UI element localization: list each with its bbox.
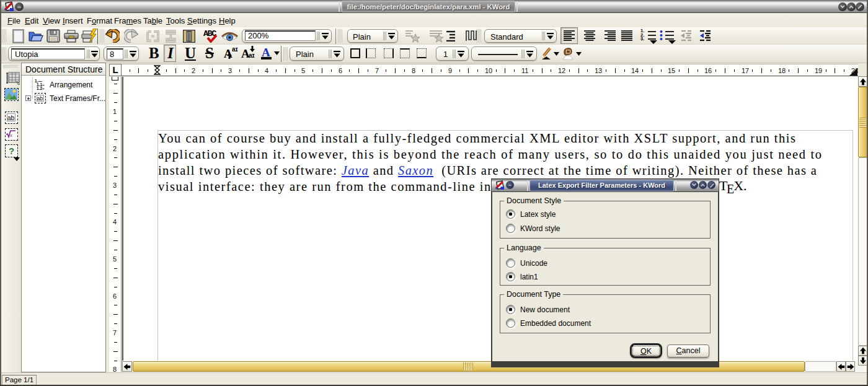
svg-text:x: x [9, 132, 12, 138]
